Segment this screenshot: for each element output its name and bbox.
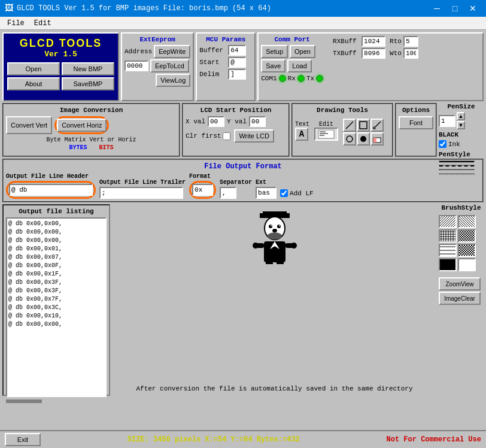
penstyle-dotted[interactable] [439, 169, 475, 170]
brush-hatch3[interactable] [439, 229, 457, 243]
header-input[interactable] [9, 184, 93, 196]
svg-rect-45 [459, 245, 475, 256]
svg-line-6 [373, 122, 381, 129]
drawing-tools-panel: Drawing Tools Text A Edit [291, 103, 393, 157]
comm-open-button[interactable]: Open [290, 45, 315, 58]
eep-write-button[interactable]: EepWrite [154, 45, 190, 58]
brush-hatch2[interactable] [458, 215, 476, 228]
ext-col-label: Ext [256, 179, 277, 186]
brand-panel: GLCD TOOLS Ver 1.5 Open New BMP About Sa… [2, 32, 119, 101]
list-item: @ db 0x00,0x1F, [8, 270, 104, 279]
rect-tool[interactable] [357, 119, 370, 132]
ext-input[interactable] [256, 187, 277, 199]
format-input[interactable] [192, 184, 213, 196]
minimize-button[interactable]: ─ [429, 0, 445, 17]
bytes-label: BYTES [69, 144, 87, 151]
about-button[interactable]: About [7, 77, 60, 90]
svg-rect-14 [263, 211, 287, 214]
brush-hatch6[interactable] [458, 244, 476, 257]
pen-size-up[interactable]: ▲ [457, 112, 465, 120]
drawing-tools-title: Drawing Tools [295, 107, 390, 114]
brush-solid-black[interactable] [439, 258, 457, 271]
list-item: @ db 0x00,0x00, [8, 228, 104, 237]
brush-hatch1[interactable] [439, 215, 457, 228]
pencil-tool[interactable] [370, 119, 384, 132]
x-val-input[interactable] [208, 116, 224, 127]
penstyle-dashed[interactable] [439, 165, 475, 166]
clr-first-checkbox[interactable] [223, 132, 230, 140]
rxbuff-input[interactable] [362, 36, 385, 47]
list-item: @ db 0x00,0x3F, [8, 279, 104, 287]
address-input[interactable] [124, 60, 148, 71]
brush-style-panel: BrushStyle [439, 204, 484, 396]
eraser-tool[interactable] [370, 132, 384, 146]
address-label: Address [124, 48, 152, 55]
y-val-input[interactable] [249, 116, 266, 127]
image-conversion-panel: Image Conversion Convert Vert Convert Ho… [2, 103, 180, 157]
save-button[interactable]: Save [261, 59, 285, 72]
pen-size-input[interactable] [439, 115, 455, 127]
svg-point-22 [268, 232, 282, 240]
menu-edit[interactable]: Edit [29, 18, 56, 29]
convert-vert-button[interactable]: Convert Vert [6, 116, 52, 134]
svg-rect-42 [440, 245, 455, 256]
rxbuff-label: RXBuff [333, 38, 360, 45]
y-val-label: Y val [227, 118, 247, 125]
svg-rect-29 [266, 261, 273, 264]
convert-horiz-button[interactable]: Convert Horiz [57, 119, 107, 132]
svg-point-27 [253, 243, 259, 249]
edit-tool[interactable] [314, 128, 338, 141]
trailer-input[interactable] [99, 187, 183, 199]
svg-rect-37 [440, 231, 455, 241]
add-lf-checkbox[interactable] [280, 189, 288, 197]
close-button[interactable]: ✕ [464, 0, 481, 17]
svg-rect-0 [318, 130, 334, 138]
filled-circle-tool[interactable] [357, 132, 370, 146]
eep-to-lcd-button[interactable]: EepToLcd [150, 59, 189, 72]
ink-checkbox[interactable] [439, 140, 446, 148]
rto-input[interactable] [403, 36, 418, 47]
exit-button[interactable]: Exit [5, 433, 41, 446]
separator-input[interactable] [220, 187, 236, 199]
rx-label: Rx [288, 75, 296, 82]
line-tool[interactable] [343, 119, 356, 132]
delim-input[interactable] [228, 69, 246, 80]
svg-rect-32 [440, 216, 455, 227]
txbuff-input[interactable] [362, 48, 385, 59]
load-button[interactable]: Load [287, 59, 311, 72]
image-clear-button[interactable]: ImageClear [439, 292, 481, 305]
save-bmp-button[interactable]: SaveBMP [62, 77, 114, 90]
maximize-button[interactable]: □ [446, 0, 463, 17]
open-button[interactable]: Open [7, 62, 60, 75]
wto-label: Wto [390, 50, 402, 57]
circle-tool[interactable] [343, 132, 356, 146]
menu-file[interactable]: File [2, 18, 29, 29]
brush-solid-white[interactable] [458, 258, 476, 271]
buffer-input[interactable] [228, 45, 246, 56]
brush-hatch5[interactable] [439, 244, 457, 257]
byte-matrix-label: Byte Matrix Vert or Horiz [46, 137, 136, 143]
start-input[interactable] [228, 57, 246, 68]
output-listing-box[interactable]: @ db 0x00,0x00, @ db 0x00,0x00, @ db 0x0… [6, 217, 107, 397]
penstyle-solid[interactable] [439, 161, 475, 162]
svg-point-19 [271, 225, 272, 226]
comm-port-panel: Comm Port Setup Open Save Load COM1 Rx [257, 32, 484, 101]
listing-scrollbar[interactable] [6, 399, 42, 403]
wto-input[interactable] [403, 48, 418, 59]
setup-button[interactable]: Setup [261, 45, 288, 58]
view-log-button[interactable]: ViewLog [156, 74, 190, 87]
write-lcd-button[interactable]: Write LCD [234, 129, 274, 143]
pen-size-down[interactable]: ▼ [457, 121, 465, 129]
right-panels: PenSize ▲ ▼ BLACK Ink PenStyle [439, 103, 484, 157]
black-label: BLACK [439, 131, 484, 138]
brush-hatch4[interactable] [458, 229, 476, 243]
text-tool-a[interactable]: A [295, 128, 308, 141]
tx-led [316, 75, 323, 82]
new-bmp-button[interactable]: New BMP [62, 62, 114, 75]
svg-point-17 [269, 225, 272, 228]
penstyle-dotted2[interactable] [439, 173, 475, 174]
zoom-view-button[interactable]: ZoomView [439, 277, 481, 290]
font-button[interactable]: Font [399, 116, 433, 129]
list-item: @ db 0x00,0x3C, [8, 304, 104, 312]
menu-bar: File Edit [0, 17, 486, 30]
